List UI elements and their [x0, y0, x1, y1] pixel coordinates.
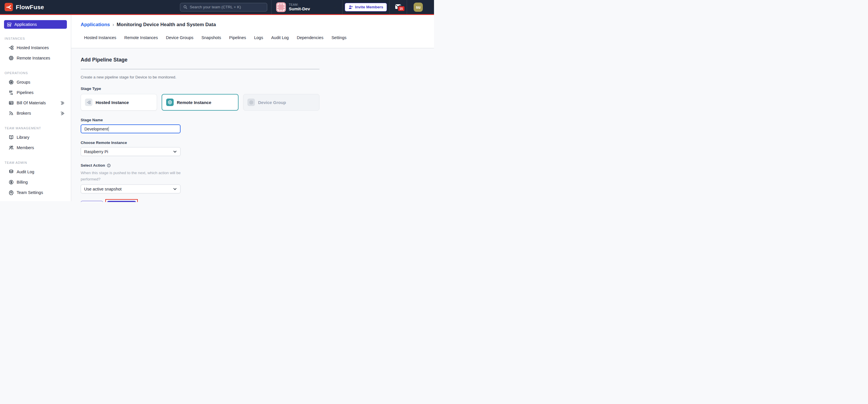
tab-logs[interactable]: Logs [254, 35, 263, 44]
sidebar-item-label: Brokers [17, 111, 31, 116]
breadcrumb: Applications › Monitoring Device Health … [81, 22, 434, 28]
brand-name: FlowFuse [16, 4, 44, 11]
select-action-label: Select Action [81, 163, 105, 168]
team-chevron-down-icon [333, 5, 338, 9]
sidebar-item-label: Billing [17, 180, 28, 184]
text-cursor [108, 127, 109, 131]
page-title: Add Pipeline Stage [81, 57, 319, 63]
sidebar-item-billing[interactable]: Billing [0, 177, 71, 187]
team-selector[interactable]: TEAM: Sumit-Dev [271, 0, 342, 14]
sidebar-item-label: Hosted Instances [17, 46, 49, 50]
sidebar: Applications INSTANCES Hosted Instances … [0, 15, 71, 201]
form-description: Create a new pipeline stage for Device t… [81, 75, 319, 79]
billing-icon [9, 180, 14, 185]
sidebar-item-label: Pipelines [17, 90, 34, 95]
stage-type-label: Stage Type [81, 86, 319, 91]
search-input[interactable] [190, 5, 264, 9]
sparkles-icon [60, 111, 65, 116]
sidebar-item-groups[interactable]: Groups [0, 77, 71, 87]
sidebar-item-label: Remote Instances [17, 56, 50, 60]
device-group-icon [247, 98, 255, 106]
flowfuse-logo-icon [5, 3, 13, 11]
action-selected-value: Use active snapshot [84, 187, 122, 191]
sparkles-icon [60, 100, 65, 106]
sidebar-item-audit-log[interactable]: Audit Log [0, 167, 71, 177]
notification-count-badge: 15 [398, 6, 405, 11]
applications-icon [7, 22, 12, 27]
add-pipeline-stage-form: Add Pipeline Stage Create a new pipeline… [71, 48, 434, 202]
sidebar-item-label: Applications [14, 22, 37, 27]
sidebar-item-label: Members [17, 145, 34, 150]
remote-instance-icon [166, 98, 174, 106]
stage-type-option-label: Remote Instance [177, 100, 211, 105]
sidebar-item-pipelines[interactable]: Pipelines [0, 87, 71, 98]
cancel-button[interactable]: Cancel [81, 201, 103, 202]
sidebar-item-label: Bill Of Materials [17, 100, 46, 105]
stage-name-input[interactable]: Development [81, 124, 181, 133]
user-plus-icon [348, 5, 353, 9]
tab-pipelines[interactable]: Pipelines [229, 35, 246, 44]
user-avatar[interactable]: su [414, 3, 423, 12]
tab-settings[interactable]: Settings [332, 35, 346, 44]
user-chevron-down-icon [426, 5, 431, 9]
bill-of-materials-icon [9, 100, 14, 106]
action-select[interactable]: Use active snapshot [81, 184, 181, 193]
add-stage-button[interactable]: Add Stage [107, 201, 136, 202]
sidebar-section-team-admin: TEAM ADMIN [5, 161, 71, 164]
sidebar-item-library[interactable]: Library [0, 132, 71, 143]
choose-remote-instance-label: Choose Remote Instance [81, 141, 319, 145]
sidebar-item-remote-instances[interactable]: Remote Instances [0, 53, 71, 63]
top-navbar: FlowFuse TEAM: Sumit-Dev [0, 0, 434, 15]
stage-type-option-device-group: Device Group [243, 94, 319, 111]
audit-log-icon [9, 169, 14, 174]
sidebar-item-hosted-instances[interactable]: Hosted Instances [0, 42, 71, 53]
sidebar-item-bill-of-materials[interactable]: Bill Of Materials [0, 98, 71, 108]
remote-instance-select[interactable]: Raspberry Pi [81, 147, 181, 156]
team-settings-icon [9, 190, 14, 195]
tab-device-groups[interactable]: Device Groups [166, 35, 193, 44]
sidebar-item-brokers[interactable]: Brokers [0, 108, 71, 118]
sidebar-item-applications[interactable]: Applications [4, 20, 67, 29]
brand-logo[interactable]: FlowFuse [0, 3, 52, 11]
invite-members-label: Invite Members [355, 5, 383, 9]
team-search[interactable] [180, 3, 267, 11]
team-label: TEAM: [289, 3, 310, 6]
pipelines-icon [9, 90, 14, 95]
tab-hosted-instances[interactable]: Hosted Instances [84, 35, 116, 44]
groups-icon [9, 80, 14, 85]
invite-members-button[interactable]: Invite Members [345, 3, 387, 11]
tab-snapshots[interactable]: Snapshots [202, 35, 221, 44]
notifications-button[interactable]: 15 [389, 0, 407, 14]
stage-name-value: Development [84, 127, 108, 131]
info-icon[interactable] [107, 164, 111, 168]
sidebar-section-team-management: TEAM MANAGEMENT [5, 126, 71, 130]
sidebar-item-label: Library [17, 135, 29, 140]
library-icon [9, 135, 14, 140]
tab-remote-instances[interactable]: Remote Instances [124, 35, 158, 44]
stage-type-option-label: Hosted Instance [96, 100, 129, 105]
members-icon [9, 145, 14, 150]
user-menu[interactable]: su [407, 0, 434, 14]
remote-instances-icon [9, 55, 14, 61]
breadcrumb-separator-icon: › [113, 22, 114, 27]
team-avatar [276, 2, 286, 12]
sidebar-section-operations: OPERATIONS [5, 71, 71, 75]
chevron-down-icon [173, 187, 177, 191]
search-icon [183, 5, 187, 9]
sidebar-item-members[interactable]: Members [0, 143, 71, 153]
page-header: Applications › Monitoring Device Health … [71, 15, 434, 48]
sidebar-item-label: Audit Log [17, 170, 34, 174]
brokers-icon [9, 111, 14, 116]
breadcrumb-applications-link[interactable]: Applications [81, 22, 110, 28]
tab-dependencies[interactable]: Dependencies [297, 35, 323, 44]
stage-type-option-remote-instance[interactable]: Remote Instance [162, 94, 239, 111]
tab-audit-log[interactable]: Audit Log [271, 35, 289, 44]
stage-type-option-hosted-instance[interactable]: Hosted Instance [81, 94, 157, 111]
sidebar-item-label: Team Settings [17, 190, 43, 195]
sidebar-item-team-settings[interactable]: Team Settings [0, 187, 71, 198]
stage-type-option-label: Device Group [258, 100, 286, 105]
breadcrumb-current: Monitoring Device Health and System Data [117, 22, 216, 28]
team-name: Sumit-Dev [289, 6, 310, 11]
select-action-help-text: When this stage is pushed to the next, w… [81, 170, 184, 182]
hosted-instance-icon [85, 98, 92, 106]
